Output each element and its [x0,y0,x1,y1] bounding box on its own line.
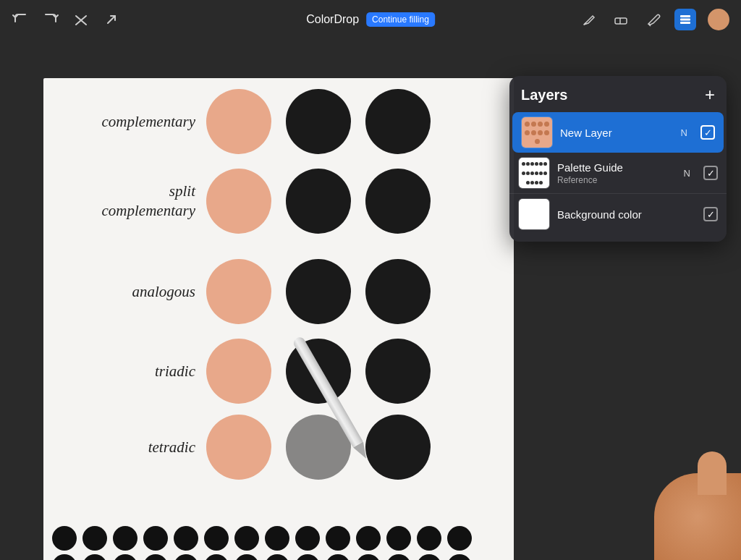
layer-thumbnail-new-layer [521,116,553,148]
layer-name-palette-guide: Palette Guide [557,161,677,174]
dot-grid-item [82,526,107,551]
dot-grid-item [174,526,198,551]
circle-salmon-4 [206,339,271,404]
circle-salmon-1 [206,89,271,154]
pen-tool-icon[interactable] [579,9,599,30]
label-triadic: triadic [155,362,195,380]
circle-salmon-5 [206,415,271,480]
dot-grid-item [174,554,198,560]
layer-name-new-layer: New Layer [560,127,674,139]
layer-visibility-background-color[interactable] [703,207,718,221]
layer-name-background-color: Background color [557,208,696,221]
dot-grid-item [204,554,229,560]
toolbar-center: ColorDrop Continue filling [306,12,435,27]
layer-item-background-color[interactable]: Background color [509,194,727,234]
dot-grid-item [417,526,441,551]
main-toolbar: ColorDrop Continue filling [0,0,741,39]
toolbar-left-icons [12,11,120,28]
dot-grid-item [326,526,350,551]
toolbar-right-icons [579,9,729,30]
svg-rect-7 [680,19,690,21]
circle-black-1a [286,89,351,154]
app-title: ColorDrop [306,13,359,26]
svg-rect-3 [615,18,627,24]
label-tetradic: tetradic [148,438,195,456]
hand [654,473,741,560]
arrow-up-right-icon[interactable] [103,11,120,28]
dot-grid-item [265,554,289,560]
layer-mode-new-layer: N [681,127,687,138]
add-layer-button[interactable]: + [705,86,715,103]
pencil-tool-icon[interactable] [643,9,663,30]
circle-black-3a [286,259,351,324]
svg-rect-8 [680,22,690,24]
dot-grid-item [386,554,411,560]
svg-line-2 [108,16,115,23]
redo-icon[interactable] [42,11,59,28]
layer-info-palette-guide: Palette Guide Reference [557,161,677,185]
layer-visibility-new-layer[interactable] [700,125,715,140]
dot-grid-item [295,554,320,560]
dot-grid-item [82,554,107,560]
dot-grid-item [52,526,77,551]
layer-info-new-layer: New Layer [560,127,674,139]
dot-grid-item [386,526,411,551]
layer-thumbnail-background-color [518,198,550,230]
dot-grid-item [143,554,168,560]
dot-grid-item [447,526,472,551]
layer-info-background-color: Background color [557,208,696,221]
dot-grid-item [113,554,137,560]
circle-black-3b [365,259,431,324]
layer-visibility-palette-guide[interactable] [703,166,718,180]
continue-filling-badge[interactable]: Continue filling [366,12,435,27]
dot-grid-item [356,554,381,560]
dot-grid-item [265,526,289,551]
circle-black-4b [365,339,431,404]
user-avatar[interactable] [708,9,729,30]
label-analogous: analogous [132,283,195,300]
layer-mode-palette-guide: N [684,168,690,179]
layer-item-palette-guide[interactable]: Palette Guide Reference N [509,153,727,194]
dot-grid-item [326,554,350,560]
layers-panel: Layers + New Layer N [509,76,727,242]
layer-thumbnail-palette-guide [518,157,550,189]
layers-panel-header: Layers + [509,86,727,112]
circle-black-1b [365,89,431,154]
layer-sub-palette-guide: Reference [557,175,677,185]
undo-icon[interactable] [12,11,29,28]
dot-grid-item [417,554,441,560]
dot-grid-item [113,526,137,551]
dot-grid-item [234,554,259,560]
dot-grid-item [447,554,472,560]
label-complementary: complementary [54,113,195,131]
label-split-complementary: splitcomplementary [102,182,195,219]
dot-grid-item [204,526,229,551]
dot-grid-item [234,526,259,551]
layers-panel-title: Layers [521,87,568,103]
circle-black-2b [365,169,431,234]
dot-grid-item [356,526,381,551]
dot-grid-item [295,526,320,551]
circle-salmon-2 [206,169,271,234]
strikethrough-icon[interactable] [72,11,90,28]
drawing-canvas: complementary splitcomplementary analogo… [43,78,514,560]
circle-salmon-3 [206,259,271,324]
eraser-icon[interactable] [611,9,631,30]
layer-item-new-layer[interactable]: New Layer N [512,112,724,153]
dot-grid-item [52,554,77,560]
dot-grid-item [143,526,168,551]
circle-black-2a [286,169,351,234]
layers-button[interactable] [674,9,696,30]
svg-rect-6 [680,15,690,17]
